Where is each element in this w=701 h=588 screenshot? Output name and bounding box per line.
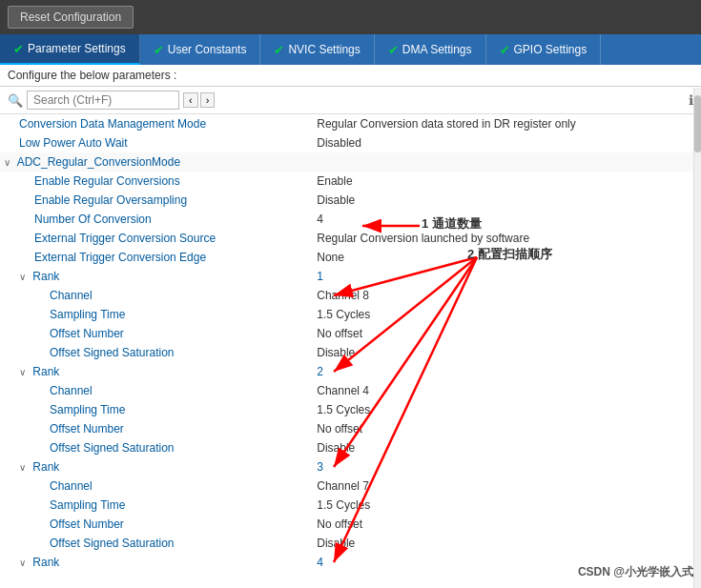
param-value xyxy=(313,152,693,172)
param-value: None xyxy=(313,248,693,267)
table-row: Offset Number No offset xyxy=(0,419,693,438)
table-row: Offset Signed Saturation Disable xyxy=(0,438,693,457)
section-header[interactable]: ∨ ADC_Regular_ConversionMode xyxy=(0,152,313,172)
table-row: Sampling Time 1.5 Cycles xyxy=(0,305,693,324)
search-input[interactable] xyxy=(27,91,179,110)
param-value: Regular Conversion launched by software xyxy=(313,229,693,248)
expand-icon: ∨ xyxy=(19,558,26,568)
table-row: Channel Channel 7 xyxy=(0,476,693,496)
rank-header[interactable]: ∨ Rank xyxy=(0,457,313,476)
search-bar: 🔍 ‹ › ℹ xyxy=(0,87,701,114)
param-value: No offset xyxy=(313,419,693,438)
param-name: Offset Number xyxy=(0,419,313,438)
search-next-button[interactable]: › xyxy=(200,92,216,108)
rank-label: Rank xyxy=(32,460,59,474)
param-value: 1.5 Cycles xyxy=(313,496,693,515)
tab-gpio-settings[interactable]: ✔ GPIO Settings xyxy=(486,34,602,65)
param-name: Conversion Data Management Mode xyxy=(0,114,313,133)
param-name: External Trigger Conversion Edge xyxy=(0,248,313,267)
config-label: Configure the below parameters : xyxy=(8,69,176,82)
table-row: ∨ Rank 1 xyxy=(0,267,693,286)
param-name: Offset Number xyxy=(0,515,313,534)
tab-check-icon: ✔ xyxy=(500,43,510,57)
param-name: Sampling Time xyxy=(0,496,313,515)
param-value: Channel 7 xyxy=(313,476,693,496)
param-value: Disable xyxy=(313,343,693,362)
param-name: Offset Number xyxy=(0,324,313,343)
expand-icon: ∨ xyxy=(19,272,26,282)
tab-dma-settings[interactable]: ✔ DMA Settings xyxy=(375,34,486,65)
param-name: Channel xyxy=(0,476,313,496)
config-bar: Configure the below parameters : xyxy=(0,65,701,87)
table-row: External Trigger Conversion Edge None xyxy=(0,248,693,267)
rank-header[interactable]: ∨ Rank xyxy=(0,267,313,286)
param-value: Channel 4 xyxy=(313,381,693,400)
param-name: Offset Signed Saturation xyxy=(0,438,313,457)
table-row: Channel Channel 4 xyxy=(0,381,693,400)
scrollbar-thumb[interactable] xyxy=(694,95,701,152)
rank-value: 3 xyxy=(313,457,693,476)
table-row: Channel Channel 8 xyxy=(0,286,693,305)
scrollbar-track[interactable] xyxy=(693,88,701,588)
table-row: Offset Signed Saturation Disable xyxy=(0,534,693,553)
table-row: Sampling Time 1.5 Cycles xyxy=(0,496,693,515)
tab-bar: ✔ Parameter Settings ✔ User Constants ✔ … xyxy=(0,34,701,65)
param-value: Disable xyxy=(313,438,693,457)
rank-value: 1 xyxy=(313,267,693,286)
param-name: Enable Regular Conversions xyxy=(0,172,313,191)
reset-config-button[interactable]: Reset Configuration xyxy=(8,6,134,29)
tab-nvic-settings[interactable]: ✔ NVIC Settings xyxy=(260,34,374,65)
table-row: Conversion Data Management Mode Regular … xyxy=(0,114,693,133)
table-row: Offset Number No offset xyxy=(0,515,693,534)
table-row: ∨ Rank 3 xyxy=(0,457,693,476)
search-prev-button[interactable]: ‹ xyxy=(183,92,198,108)
param-value: 1.5 Cycles xyxy=(313,400,693,419)
table-row: ∨ Rank 2 xyxy=(0,362,693,381)
param-name: Channel xyxy=(0,381,313,400)
param-value: Disabled xyxy=(313,133,693,152)
table-row: Low Power Auto Wait Disabled xyxy=(0,133,693,152)
table-row: ∨ ADC_Regular_ConversionMode xyxy=(0,152,693,172)
search-icon: 🔍 xyxy=(8,93,23,108)
param-name: Sampling Time xyxy=(0,305,313,324)
expand-icon: ∨ xyxy=(19,462,26,473)
param-value: Regular Conversion data stored in DR reg… xyxy=(313,114,693,133)
param-name: Low Power Auto Wait xyxy=(0,133,313,152)
tab-check-icon: ✔ xyxy=(13,42,24,56)
tab-parameter-settings[interactable]: ✔ Parameter Settings xyxy=(0,34,140,65)
expand-icon: ∨ xyxy=(19,367,26,377)
rank-value: 2 xyxy=(313,362,693,381)
rank-label: Rank xyxy=(32,270,59,283)
param-value: 4 xyxy=(313,210,693,229)
param-table: Conversion Data Management Mode Regular … xyxy=(0,114,693,572)
param-name: Sampling Time xyxy=(0,400,313,419)
tab-check-icon: ✔ xyxy=(274,43,284,57)
tab-user-constants[interactable]: ✔ User Constants xyxy=(140,34,261,65)
param-name: Channel xyxy=(0,286,313,305)
watermark: CSDN @小光学嵌入式 xyxy=(578,564,693,580)
param-name: Offset Signed Saturation xyxy=(0,343,313,362)
tab-label: User Constants xyxy=(168,43,247,56)
table-row: Enable Regular Conversions Enable xyxy=(0,172,693,191)
param-name: Enable Regular Oversampling xyxy=(0,191,313,210)
rank-header[interactable]: ∨ Rank xyxy=(0,553,313,572)
table-row: Offset Signed Saturation Disable xyxy=(0,343,693,362)
tab-label: Parameter Settings xyxy=(28,42,126,55)
main-container: Reset Configuration ✔ Parameter Settings… xyxy=(0,0,701,588)
param-value: 1.5 Cycles xyxy=(313,305,693,324)
param-name: External Trigger Conversion Source xyxy=(0,229,313,248)
param-value: Disable xyxy=(313,534,693,553)
param-value: No offset xyxy=(313,324,693,343)
tab-check-icon: ✔ xyxy=(154,43,164,57)
rank-label: Rank xyxy=(32,365,59,378)
param-value: Channel 8 xyxy=(313,286,693,305)
toolbar: Reset Configuration xyxy=(0,0,701,34)
param-table-container: Conversion Data Management Mode Regular … xyxy=(0,114,701,588)
param-name: Offset Signed Saturation xyxy=(0,534,313,553)
rank-header[interactable]: ∨ Rank xyxy=(0,362,313,381)
table-row: Offset Number No offset xyxy=(0,324,693,343)
tab-label: GPIO Settings xyxy=(514,43,588,56)
tab-label: NVIC Settings xyxy=(288,43,360,56)
param-value: Enable xyxy=(313,172,693,191)
section-label: ADC_Regular_ConversionMode xyxy=(17,155,180,169)
